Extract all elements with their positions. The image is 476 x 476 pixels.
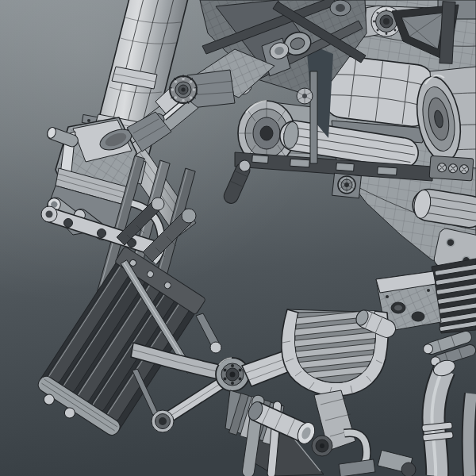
pipe-edge bbox=[469, 393, 471, 476]
hub-disc-small bbox=[332, 173, 362, 198]
bolt-ports bbox=[437, 163, 469, 174]
wireframe-mech-svg bbox=[0, 0, 476, 476]
vertical-pipe bbox=[310, 71, 317, 163]
ports-panel bbox=[429, 155, 474, 181]
viewport-render: Monochrome gray 3D wireframe render of a… bbox=[0, 0, 476, 476]
swingarm-hub bbox=[216, 358, 249, 391]
